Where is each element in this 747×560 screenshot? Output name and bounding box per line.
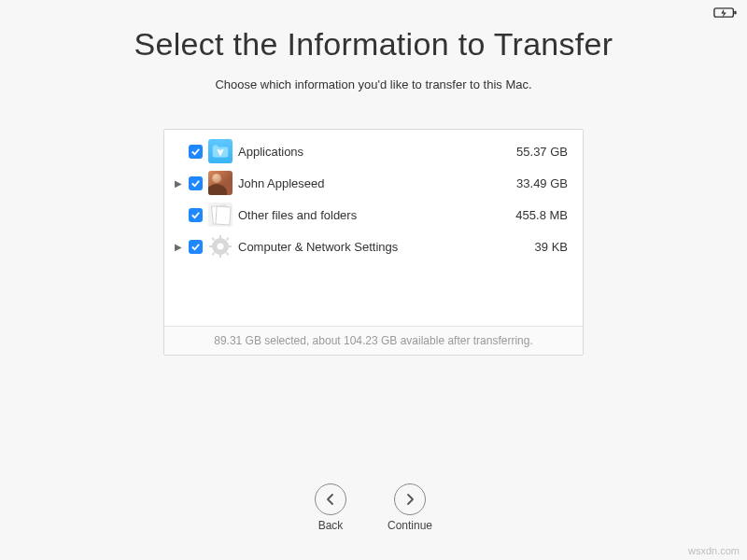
continue-label: Continue bbox=[388, 519, 432, 532]
transfer-panel: ▶ Applications 55.37 GB ▶ John Appleseed… bbox=[163, 129, 584, 356]
item-size: 455.8 MB bbox=[515, 208, 568, 222]
item-size: 55.37 GB bbox=[516, 145, 568, 159]
item-label: John Appleseed bbox=[238, 176, 511, 190]
transfer-list: ▶ Applications 55.37 GB ▶ John Appleseed… bbox=[164, 130, 583, 326]
checkbox[interactable] bbox=[189, 176, 203, 190]
disclosure-triangle-icon[interactable]: ▶ bbox=[174, 242, 183, 251]
item-size: 39 KB bbox=[535, 240, 568, 254]
applications-icon bbox=[208, 139, 233, 163]
item-label: Computer & Network Settings bbox=[238, 240, 529, 254]
svg-rect-9 bbox=[212, 237, 216, 241]
svg-point-4 bbox=[218, 244, 224, 250]
back-button[interactable]: Back bbox=[315, 483, 346, 532]
svg-rect-12 bbox=[226, 252, 230, 256]
arrow-left-icon bbox=[315, 483, 346, 515]
svg-rect-11 bbox=[212, 252, 216, 256]
continue-button[interactable]: Continue bbox=[388, 483, 432, 532]
svg-rect-1 bbox=[734, 11, 736, 15]
navigation-bar: Back Continue bbox=[0, 483, 747, 532]
battery-charging-icon bbox=[713, 6, 738, 19]
list-item[interactable]: ▶ Applications 55.37 GB bbox=[164, 135, 583, 167]
item-size: 33.49 GB bbox=[516, 176, 568, 190]
svg-rect-8 bbox=[228, 245, 232, 247]
page-subtitle: Choose which information you'd like to t… bbox=[0, 77, 747, 91]
arrow-right-icon bbox=[394, 483, 426, 515]
item-label: Other files and folders bbox=[238, 208, 510, 222]
list-item[interactable]: ▶ Computer & Network Settings 39 KB bbox=[164, 231, 583, 262]
list-item[interactable]: ▶ John Appleseed 33.49 GB bbox=[164, 167, 583, 199]
watermark: wsxdn.com bbox=[688, 545, 740, 556]
list-item[interactable]: ▶ Other files and folders 455.8 MB bbox=[164, 199, 583, 231]
checkbox[interactable] bbox=[189, 240, 203, 254]
svg-rect-6 bbox=[219, 254, 221, 258]
svg-rect-7 bbox=[209, 245, 213, 247]
gear-icon bbox=[208, 234, 233, 259]
svg-rect-10 bbox=[226, 237, 230, 241]
checkbox[interactable] bbox=[189, 208, 203, 222]
files-icon bbox=[208, 203, 233, 227]
page-title: Select the Information to Transfer bbox=[0, 26, 747, 63]
item-label: Applications bbox=[238, 145, 511, 159]
back-label: Back bbox=[318, 519, 344, 532]
user-avatar-icon bbox=[208, 171, 233, 195]
disclosure-triangle-icon[interactable]: ▶ bbox=[174, 178, 183, 188]
checkbox[interactable] bbox=[189, 145, 203, 159]
summary-text: 89.31 GB selected, about 104.23 GB avail… bbox=[164, 326, 583, 355]
svg-rect-5 bbox=[219, 235, 221, 239]
